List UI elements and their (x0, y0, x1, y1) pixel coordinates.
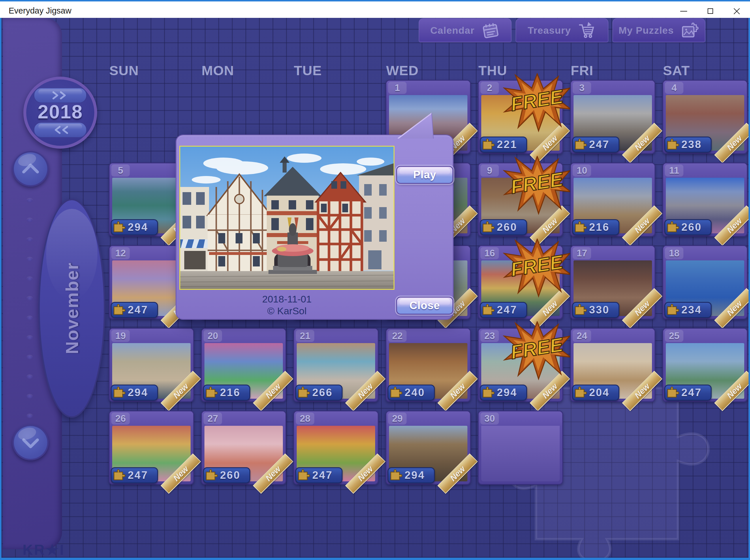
piece-count: 247 (312, 469, 333, 481)
puzzle-piece-icon (574, 384, 589, 399)
scroll-track-dot (27, 395, 33, 398)
puzzle-preview-image (179, 146, 394, 290)
puzzle-piece-icon (666, 136, 681, 151)
calendar-cell-day-9[interactable]: 9 New 260 FREE (478, 163, 563, 237)
puzzle-piece-icon (297, 466, 312, 481)
piece-count-badge: 247 (295, 467, 342, 483)
piece-count: 247 (128, 304, 148, 316)
puzzle-piece-icon (389, 466, 404, 481)
day-header-sun: SUN (109, 63, 139, 78)
calendar-cell-day-28[interactable]: 28 New 247 (293, 411, 379, 485)
month-label: November (62, 262, 82, 354)
chevron-down-icon (14, 426, 47, 459)
calendar-cell-day-17[interactable]: 17 New 330 (570, 245, 655, 319)
calendar-cell-day-25[interactable]: 25 New 247 (662, 328, 748, 402)
calendar-cell-day-22[interactable]: 22 New 240 (386, 328, 471, 402)
calendar-cell-day-2[interactable]: 2 New 221 FREE (478, 80, 563, 154)
previous-month-button[interactable] (13, 151, 49, 187)
puzzle-date: 2018-11-01 (179, 293, 394, 305)
piece-count-badge: 260 (664, 219, 712, 235)
piece-count: 247 (497, 304, 517, 316)
close-button[interactable] (724, 3, 750, 19)
puzzle-credit: © KarSol (179, 305, 394, 317)
day-number: 21 (296, 330, 314, 342)
day-number: 3 (573, 82, 591, 94)
tab-calendar[interactable]: Calendar (419, 18, 512, 42)
piece-count: 247 (682, 387, 702, 399)
day-number: 9 (480, 165, 499, 177)
piece-count-badge: 247 (664, 385, 712, 401)
piece-count-badge: 238 (664, 137, 712, 153)
piece-count-badge: 234 (664, 302, 712, 318)
minimize-button[interactable] (670, 3, 697, 19)
calendar-cell-day-18[interactable]: 18 New 234 (662, 245, 748, 319)
piece-count-badge: 247 (572, 137, 619, 153)
maximize-button[interactable] (697, 3, 724, 19)
window-frame-left (0, 0, 1, 560)
previous-year-button[interactable] (34, 122, 87, 138)
double-chevron-right-icon (51, 91, 70, 100)
year-label: 2018 (26, 101, 94, 123)
piece-count-badge: 266 (295, 385, 342, 401)
tab-treasury-label: Treasury (528, 25, 571, 36)
calendar-cell-day-11[interactable]: 11 New 260 (662, 163, 748, 237)
calendar-cell-day-20[interactable]: 20 New 216 (201, 328, 286, 402)
tab-my-puzzles-label: My Puzzles (618, 25, 674, 36)
calendar-cell-day-4[interactable]: 4 New 238 (662, 80, 748, 154)
calendar-cell-day-3[interactable]: 3 New 247 (570, 80, 655, 154)
town-square-scene (180, 147, 394, 289)
calendar-cell-day-10[interactable]: 10 New 216 (570, 163, 655, 237)
scroll-track-dot (27, 219, 33, 222)
day-number: 2 (480, 82, 499, 94)
tab-treasury[interactable]: Treasury (516, 18, 608, 42)
calendar-icon (481, 21, 500, 40)
calendar-cell-day-24[interactable]: 24 New 204 (570, 328, 655, 402)
piece-count: 240 (404, 387, 425, 399)
tab-my-puzzles[interactable]: My Puzzles (612, 18, 705, 42)
puzzle-piece-icon (574, 219, 589, 233)
minimize-icon (680, 11, 687, 12)
day-number: 5 (111, 165, 130, 177)
calendar-cell-day-30[interactable]: 30 (478, 411, 563, 485)
piece-count-badge: 294 (111, 385, 158, 401)
piece-count: 204 (589, 387, 610, 399)
piece-count: 294 (128, 221, 148, 233)
scroll-track-dot (27, 257, 33, 261)
piece-count: 216 (589, 221, 610, 233)
calendar-cell-day-27[interactable]: 27 New 260 (201, 411, 286, 485)
piece-count-badge: 204 (572, 385, 619, 401)
puzzle-piece-icon (389, 384, 404, 399)
day-number: 29 (388, 413, 407, 424)
double-chevron-left-icon (51, 126, 70, 134)
dialog-tail (396, 112, 437, 139)
piece-count-badge: 216 (572, 219, 619, 235)
piece-count: 216 (220, 387, 240, 399)
calendar-cell-day-21[interactable]: 21 New 266 (293, 328, 379, 402)
day-header-mon: MON (201, 63, 234, 78)
next-month-button[interactable] (13, 424, 49, 460)
piece-count-badge: 221 (480, 137, 527, 153)
day-number: 26 (111, 413, 130, 424)
play-button[interactable]: Play (396, 166, 453, 184)
piece-count-badge: 294 (388, 467, 435, 483)
month-bubble: November (38, 199, 105, 418)
piece-count: 294 (128, 387, 148, 399)
puzzle-piece-icon (481, 301, 496, 316)
piece-count: 260 (682, 221, 702, 233)
day-number: 19 (111, 330, 130, 342)
close-dialog-button[interactable]: Close (396, 297, 453, 315)
piece-count: 294 (404, 469, 425, 481)
calendar-cell-day-16[interactable]: 16 New 247 FREE (478, 245, 563, 319)
piece-count-badge: 216 (203, 385, 250, 401)
puzzle-piece-icon (666, 219, 681, 233)
calendar-cell-day-29[interactable]: 29 New 294 (386, 411, 471, 485)
calendar-cell-day-23[interactable]: 23 New 294 FREE (478, 328, 563, 402)
piece-count: 221 (497, 139, 517, 151)
scroll-track-dot (27, 199, 33, 203)
calendar-cell-day-26[interactable]: 26 New 247 (109, 411, 194, 485)
scroll-track-dot (27, 277, 33, 281)
day-number: 1 (388, 82, 407, 94)
calendar-cell-day-19[interactable]: 19 New 294 (109, 328, 194, 402)
puzzle-piece-icon (112, 219, 127, 233)
piece-count-badge: 240 (388, 385, 435, 401)
